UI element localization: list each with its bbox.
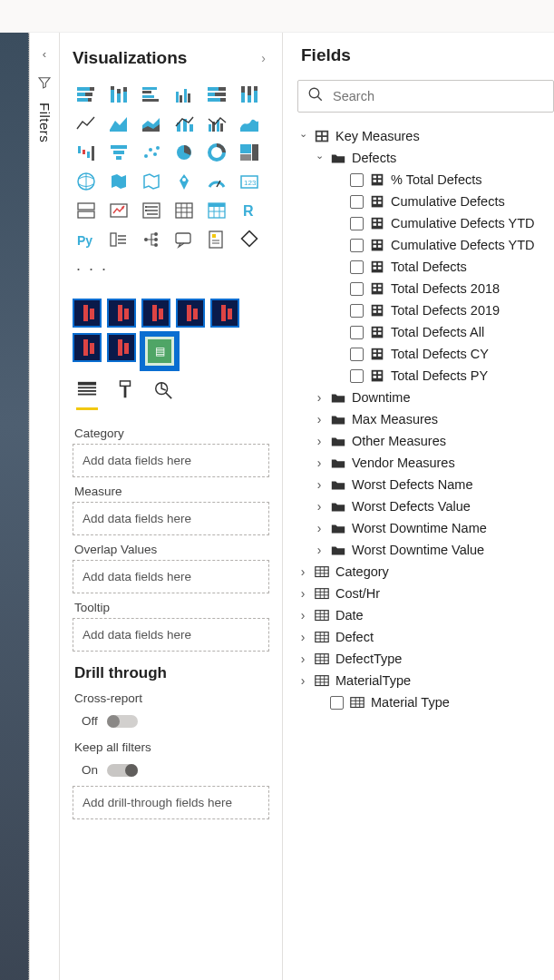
custom-visual-cv6[interactable] [73, 333, 102, 362]
viz-tile-donut[interactable] [203, 140, 230, 165]
tree-folder[interactable]: Worst Defects Value [294, 495, 554, 517]
drill-through-well[interactable]: Add drill-through fields here [73, 786, 269, 819]
tree-folder[interactable]: Max Measures [294, 408, 554, 430]
viz-tile-multi-row-card[interactable] [73, 198, 100, 223]
viz-tile-decomposition-tree[interactable] [138, 227, 165, 252]
tree-table[interactable]: Cost/Hr [294, 583, 554, 604]
viz-tile-python-visual[interactable]: Py [73, 227, 100, 252]
tree-measure-item[interactable]: Total Defects 2019 [294, 299, 554, 321]
analytics-tab[interactable] [152, 380, 174, 410]
tree-folder[interactable]: Other Measures [294, 430, 554, 452]
expand-filters-chevron[interactable]: ‹ [37, 42, 52, 66]
tree-measure-item[interactable]: Cumulative Defects [294, 191, 554, 212]
checkbox[interactable] [350, 282, 364, 296]
viz-tile-waterfall[interactable] [73, 140, 100, 165]
field-well-category[interactable]: Add data fields here [73, 444, 269, 477]
tree-measure-item[interactable]: Total Defects [294, 256, 554, 278]
folder-icon [330, 499, 346, 514]
collapse-viz-chevron[interactable]: › [258, 47, 269, 69]
field-well-overlap[interactable]: Add data fields here [73, 560, 269, 593]
custom-visual-cv4[interactable] [176, 299, 205, 328]
viz-tile-stacked-bar[interactable] [73, 82, 100, 107]
custom-visual-cv3[interactable] [141, 299, 170, 328]
custom-visual-cv5[interactable] [210, 299, 239, 328]
viz-tile-100-stacked-column[interactable] [236, 82, 263, 107]
keep-filters-toggle[interactable]: On [73, 760, 269, 786]
checkbox[interactable] [350, 369, 364, 383]
viz-tile-clustered-column[interactable] [170, 82, 198, 107]
viz-tile-line[interactable] [73, 111, 100, 136]
viz-tile-stacked-column[interactable] [105, 82, 132, 107]
viz-tile-kpi[interactable] [105, 198, 132, 223]
custom-visual-cv7[interactable] [107, 333, 136, 362]
svg-rect-15 [142, 99, 159, 102]
viz-tile-gauge[interactable] [203, 169, 230, 194]
viz-more-button[interactable]: · · · [73, 256, 263, 286]
fields-search-box[interactable] [297, 80, 554, 113]
tree-node-label: Material Type [371, 695, 450, 710]
checkbox[interactable] [350, 195, 364, 209]
field-well-measure[interactable]: Add data fields here [73, 502, 269, 535]
checkbox[interactable] [330, 696, 344, 710]
custom-visual-kpi-selected[interactable]: ▤ [141, 333, 178, 369]
viz-tile-area[interactable] [105, 111, 132, 136]
tree-table[interactable]: Category [294, 561, 554, 583]
cross-report-toggle[interactable]: Off [73, 710, 269, 737]
tree-table[interactable]: Date [294, 604, 554, 626]
tree-folder[interactable]: Downtime [294, 387, 554, 408]
tree-measure-item[interactable]: Total Defects All [294, 321, 554, 343]
viz-tile-treemap[interactable] [236, 140, 263, 165]
tree-folder-defects[interactable]: Defects [294, 147, 554, 169]
tree-folder[interactable]: Vendor Measures [294, 452, 554, 474]
viz-tile-matrix[interactable] [203, 198, 230, 223]
tree-trailing-item[interactable]: Material Type [294, 691, 554, 713]
viz-tile-slicer[interactable] [138, 198, 165, 223]
checkbox[interactable] [350, 326, 364, 339]
viz-tile-stacked-area[interactable] [138, 111, 165, 136]
tree-measure-item[interactable]: Total Defects 2018 [294, 278, 554, 299]
field-well-tooltip[interactable]: Add data fields here [73, 618, 269, 652]
custom-visual-cv2[interactable] [107, 299, 136, 328]
checkbox[interactable] [350, 239, 364, 252]
viz-tile-clustered-bar[interactable] [138, 82, 165, 107]
viz-tile-100-stacked-bar[interactable] [203, 82, 230, 107]
viz-tile-key-influencers[interactable] [105, 227, 132, 252]
tree-folder[interactable]: Worst Downtime Name [294, 517, 554, 539]
tree-folder[interactable]: Worst Downtime Value [294, 539, 554, 561]
tree-measure-item[interactable]: % Total Defects [294, 169, 554, 191]
viz-tile-qa[interactable] [170, 227, 198, 252]
checkbox[interactable] [350, 304, 364, 318]
viz-tile-funnel[interactable] [105, 140, 132, 165]
checkbox[interactable] [350, 217, 364, 230]
viz-tile-filled-map[interactable] [105, 169, 132, 194]
tree-measure-item[interactable]: Cumulative Defects YTD [294, 212, 554, 234]
tree-folder[interactable]: Worst Defects Name [294, 474, 554, 495]
viz-tile-map[interactable] [73, 169, 100, 194]
fields-search-input[interactable] [333, 89, 544, 103]
viz-tile-card[interactable]: 123 [236, 169, 263, 194]
viz-tile-ribbon[interactable] [236, 111, 263, 136]
viz-tile-r-visual[interactable]: R [236, 198, 263, 223]
fields-tab[interactable] [76, 380, 98, 410]
viz-tile-paginated[interactable] [203, 227, 230, 252]
viz-tile-line-clustered-column[interactable] [203, 111, 230, 136]
tree-measure-item[interactable]: Total Defects CY [294, 343, 554, 365]
tree-measure-item[interactable]: Cumulative Defects YTD [294, 234, 554, 256]
tree-table[interactable]: Defect [294, 626, 554, 648]
viz-tile-line-stacked-column[interactable] [170, 111, 198, 136]
viz-tile-pie[interactable] [170, 140, 198, 165]
viz-tile-diamond-visual[interactable] [236, 227, 263, 252]
viz-tile-scatter[interactable] [138, 140, 165, 165]
tree-measure-item[interactable]: Total Defects PY [294, 365, 554, 387]
format-tab[interactable] [114, 380, 136, 410]
viz-tile-shape-map[interactable] [138, 169, 165, 194]
checkbox[interactable] [350, 173, 364, 187]
tree-table[interactable]: DefectType [294, 648, 554, 670]
checkbox[interactable] [350, 348, 364, 361]
checkbox[interactable] [350, 260, 364, 274]
tree-key-measures[interactable]: Key Measures [294, 125, 554, 147]
viz-tile-table[interactable] [170, 198, 198, 223]
viz-tile-arcgis[interactable] [170, 169, 198, 194]
custom-visual-cv1[interactable] [73, 299, 102, 328]
tree-table[interactable]: MaterialType [294, 670, 554, 691]
